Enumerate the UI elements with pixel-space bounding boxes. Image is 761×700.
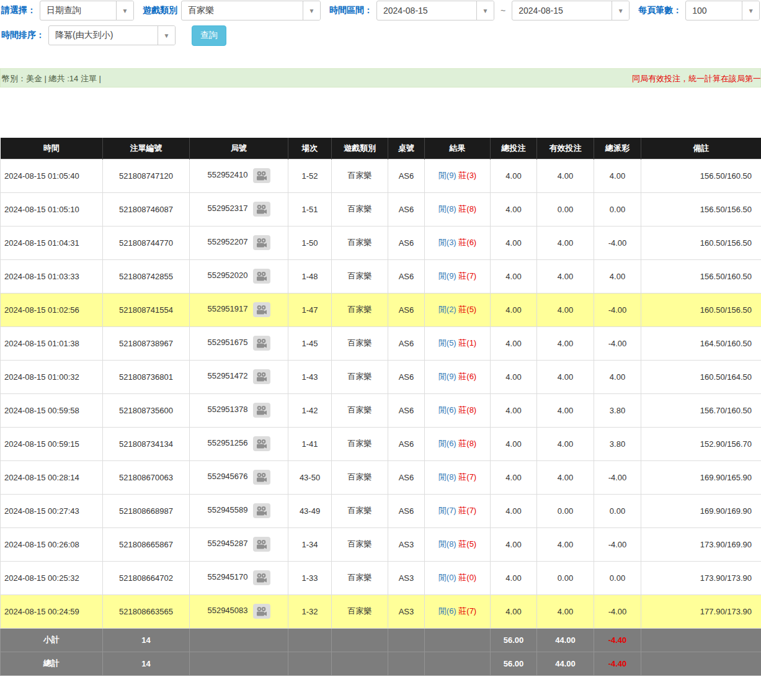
video-replay-icon[interactable]	[253, 336, 270, 351]
cell-total-bet[interactable]: 4.00	[491, 360, 537, 393]
cell-time: 2024-08-15 00:24:59	[1, 595, 103, 628]
caret-down-icon[interactable]: ▼	[303, 1, 320, 20]
records-body: 2024-08-15 01:05:40521808747120552952410…	[1, 159, 761, 628]
video-replay-icon[interactable]	[253, 604, 270, 619]
cell-game-type: 百家樂	[332, 360, 388, 393]
cell-total-bet[interactable]: 4.00	[491, 595, 537, 628]
cell-result: 閒(9) 莊(3)	[425, 159, 491, 192]
cell-time: 2024-08-15 00:59:15	[1, 427, 103, 460]
cell-session: 1-51	[288, 192, 332, 226]
caret-down-icon[interactable]: ▼	[742, 1, 759, 20]
cell-payout: -4.00	[594, 595, 641, 628]
video-replay-icon[interactable]	[253, 570, 270, 585]
cell-game-type: 百家樂	[332, 561, 388, 595]
cell-total-bet[interactable]: 4.00	[491, 293, 537, 326]
cell-valid-bet: 4.00	[537, 427, 594, 460]
page-size-select[interactable]: 100 ▼	[685, 1, 760, 20]
video-replay-icon[interactable]	[253, 537, 270, 552]
video-replay-icon[interactable]	[253, 403, 270, 418]
summary-empty-cell	[641, 652, 761, 675]
table-header-row: 時間注單編號局號場次遊戲類別桌號結果總投注有效投注總派彩備註	[1, 138, 761, 159]
cell-note: 173.90/169.90	[641, 527, 761, 561]
search-button[interactable]: 查詢	[192, 25, 226, 46]
game-type-value: 百家樂	[182, 1, 303, 20]
cell-time: 2024-08-15 01:05:40	[1, 159, 103, 192]
caret-down-icon[interactable]: ▼	[476, 1, 494, 20]
date-from-select[interactable]: 2024-08-15 ▼	[376, 1, 494, 20]
cell-time: 2024-08-15 00:28:14	[1, 460, 103, 494]
result-player: 閒(9)	[438, 372, 456, 381]
date-to-select[interactable]: 2024-08-15 ▼	[512, 1, 630, 20]
video-replay-icon[interactable]	[253, 470, 270, 485]
table-row: 2024-08-15 01:05:10521808746087552952317…	[1, 192, 761, 226]
cell-result: 閒(8) 莊(8)	[425, 192, 491, 226]
query-type-select[interactable]: 日期查詢 ▼	[40, 1, 134, 20]
video-replay-icon[interactable]	[253, 269, 270, 284]
cell-game-type: 百家樂	[332, 326, 388, 360]
column-header: 結果	[425, 138, 491, 159]
cell-valid-bet: 0.00	[537, 494, 594, 527]
result-player: 閒(8)	[438, 539, 456, 549]
summary-empty-cell	[332, 628, 388, 652]
result-player: 閒(8)	[438, 472, 456, 482]
video-replay-icon[interactable]	[253, 235, 270, 250]
cell-payout: 0.00	[594, 561, 641, 595]
caret-down-icon[interactable]: ▼	[158, 26, 175, 45]
cell-total-bet[interactable]: 4.00	[491, 326, 537, 360]
cell-payout: -4.00	[594, 527, 641, 561]
cell-round-id: 552945676	[190, 460, 288, 494]
cell-total-bet[interactable]: 4.00	[491, 192, 537, 226]
caret-down-icon[interactable]: ▼	[116, 1, 133, 20]
cell-total-bet[interactable]: 4.00	[491, 226, 537, 259]
summary-empty-cell	[288, 652, 332, 675]
game-type-select[interactable]: 百家樂 ▼	[181, 1, 321, 20]
video-replay-icon[interactable]	[253, 202, 270, 217]
cell-note: 173.90/173.90	[641, 561, 761, 595]
cell-result: 閒(0) 莊(0)	[425, 561, 491, 595]
cell-valid-bet: 4.00	[537, 226, 594, 259]
cell-table-no: AS6	[388, 494, 425, 527]
query-type-label: 請選擇：	[1, 5, 36, 16]
cell-game-type: 百家樂	[332, 527, 388, 561]
cell-session: 1-45	[288, 326, 332, 360]
time-sort-select[interactable]: 降冪(由大到小) ▼	[48, 25, 176, 45]
cell-payout: 0.00	[594, 192, 641, 226]
column-header: 總派彩	[594, 138, 641, 159]
cell-bet-id: 521808663565	[103, 595, 190, 628]
cell-total-bet[interactable]: 4.00	[491, 427, 537, 460]
table-row: 2024-08-15 01:04:31521808744770552952207…	[1, 226, 761, 259]
cell-round-id: 552945083	[190, 595, 288, 628]
column-header: 桌號	[388, 138, 425, 159]
game-type-label: 遊戲類別	[143, 5, 177, 16]
cell-bet-id: 521808746087	[103, 192, 190, 226]
video-replay-icon[interactable]	[253, 503, 270, 518]
result-banker: 莊(7)	[458, 506, 476, 515]
video-replay-icon[interactable]	[253, 436, 270, 451]
caret-down-icon[interactable]: ▼	[612, 1, 629, 20]
cell-result: 閒(3) 莊(6)	[425, 226, 491, 259]
result-banker: 莊(5)	[458, 539, 476, 549]
cell-total-bet[interactable]: 4.00	[491, 494, 537, 527]
cell-result: 閒(6) 莊(8)	[425, 427, 491, 460]
cell-total-bet[interactable]: 4.00	[491, 527, 537, 561]
cell-total-bet[interactable]: 4.00	[491, 561, 537, 595]
video-replay-icon[interactable]	[253, 302, 270, 317]
cell-game-type: 百家樂	[332, 460, 388, 494]
video-replay-icon[interactable]	[253, 168, 270, 183]
cell-total-bet[interactable]: 4.00	[491, 159, 537, 192]
cell-total-bet[interactable]: 4.00	[491, 460, 537, 494]
query-type-value: 日期查詢	[40, 1, 116, 20]
result-banker: 莊(3)	[458, 171, 476, 180]
cell-time: 2024-08-15 01:01:38	[1, 326, 103, 360]
result-banker: 莊(7)	[458, 472, 476, 482]
cell-result: 閒(5) 莊(1)	[425, 326, 491, 360]
cell-bet-id: 521808738967	[103, 326, 190, 360]
result-player: 閒(3)	[438, 238, 456, 247]
cell-payout: -4.00	[594, 293, 641, 326]
cell-total-bet[interactable]: 4.00	[491, 393, 537, 427]
video-replay-icon[interactable]	[253, 369, 270, 384]
cell-total-bet[interactable]: 4.00	[491, 259, 537, 293]
cell-session: 43-50	[288, 460, 332, 494]
cell-session: 1-33	[288, 561, 332, 595]
cell-round-id: 552951256	[190, 427, 288, 460]
